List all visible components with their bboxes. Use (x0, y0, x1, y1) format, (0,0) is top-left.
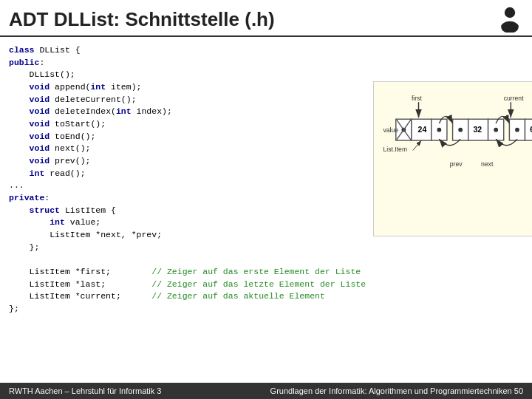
code-line: void deleteIndex(int index); (9, 106, 366, 118)
prev-label: prev (450, 160, 463, 168)
code-line: }; (9, 242, 366, 254)
code-line: void append(int item); (9, 81, 366, 94)
code-line: struct ListItem { (9, 205, 366, 217)
node2-value: 32 (474, 125, 482, 134)
svg-point-12 (437, 128, 442, 132)
code-line: class DLList { (9, 44, 366, 57)
code-line: DLList(); (9, 69, 366, 81)
code-line: int value; (9, 216, 366, 229)
code-line: public: (9, 57, 366, 69)
svg-point-21 (515, 128, 519, 132)
footer: RWTH Aachen – Lehrstuhl für Informatik 3… (0, 383, 532, 399)
next-label: next (481, 160, 494, 168)
header: ADT DLList: Schnittstelle (.h) (0, 0, 532, 37)
code-line: ListItem *last; // Zeiger auf das letzte… (9, 279, 366, 291)
main-content: class DLList { public: DLList(); void ap… (0, 37, 532, 355)
svg-point-17 (494, 128, 498, 132)
page-title: ADT DLList: Schnittstelle (.h) (9, 8, 275, 31)
code-section: class DLList { public: DLList(); void ap… (9, 44, 366, 355)
code-line: ListItem *current; // Zeiger auf das akt… (9, 290, 366, 303)
svg-rect-2 (501, 24, 518, 27)
code-line: }; (9, 303, 366, 316)
code-line: ListItem *next, *prev; (9, 229, 366, 242)
linked-list-diagram: first current last 24 32 (380, 88, 532, 230)
code-line: private: (9, 192, 366, 205)
diagram-section: first current last 24 32 (373, 81, 532, 236)
person-icon (497, 6, 523, 33)
listitem-label: List.Item (383, 146, 408, 153)
code-line: ListItem *first; // Zeiger auf das erste… (9, 266, 366, 279)
code-line: void prev(); (9, 155, 366, 168)
first-label: first (412, 95, 422, 102)
svg-line-31 (413, 140, 422, 150)
code-line: void next(); (9, 143, 366, 155)
current-label: current (504, 95, 524, 102)
code-line: ... (9, 180, 366, 192)
value-label: value (383, 126, 399, 134)
footer-left: RWTH Aachen – Lehrstuhl für Informatik 3 (9, 386, 161, 395)
svg-point-0 (505, 7, 515, 18)
svg-point-16 (458, 128, 463, 132)
code-line: void toEnd(); (9, 131, 366, 143)
footer-right: Grundlagen der Informatik: Algorithmen u… (270, 386, 523, 395)
node1-value: 24 (418, 125, 427, 134)
code-line: void deleteCurrent(); (9, 94, 366, 106)
code-line: void toStart(); (9, 118, 366, 131)
code-line (9, 253, 366, 266)
code-line: int read(); (9, 168, 366, 180)
